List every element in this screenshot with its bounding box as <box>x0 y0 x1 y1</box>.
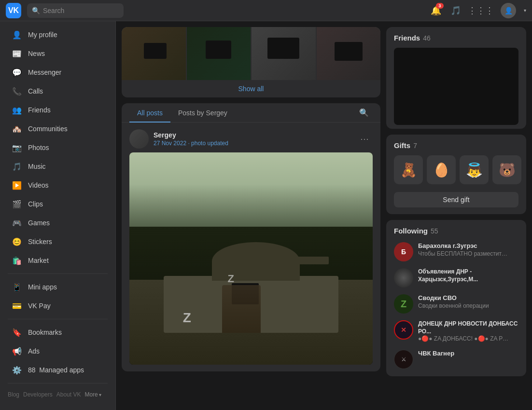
search-placeholder: Search <box>43 7 64 14</box>
mini-apps-icon: 📱 <box>12 282 22 292</box>
sidebar: 👤 My profile 📰 News 💬 Messenger 📞 Calls … <box>0 21 116 410</box>
following-avatar-2 <box>394 268 413 287</box>
tank-image-simulation: Z Z <box>129 152 373 365</box>
following-name-5: ЧВК Вагнер <box>418 350 454 358</box>
following-avatar-4: ✕ <box>394 320 413 340</box>
sidebar-item-market[interactable]: 🛍️ Market <box>4 251 112 270</box>
sidebar-label-ads: Ads <box>28 347 40 355</box>
gift-item-1[interactable]: 🧸 <box>394 155 423 184</box>
following-item-2[interactable]: Объявления ДНР - Харцызск,Зугрэс,М... <box>386 265 526 291</box>
posts-section: All posts Posts by Sergey 🔍 Sergey 27 No… <box>122 103 380 371</box>
music-nav-icon: 🎵 <box>12 161 22 172</box>
post-options-button[interactable]: ⋯ <box>356 132 373 146</box>
notifications-badge: 3 <box>436 3 444 9</box>
sidebar-divider-1 <box>8 273 108 274</box>
calls-icon: 📞 <box>12 86 22 96</box>
chevron-down-icon[interactable]: ▾ <box>524 8 526 13</box>
following-name-3: Сводки СВО <box>418 294 489 302</box>
sidebar-item-mini-apps[interactable]: 📱 Mini apps <box>4 278 112 296</box>
gift-item-2[interactable]: 🥚 <box>427 155 456 184</box>
following-sub-1: Чтобы БЕСПЛАТНО разместить своё объ... <box>418 250 510 258</box>
friends-title: Friends <box>394 34 420 42</box>
photo-thumb-2[interactable] <box>187 27 251 80</box>
photo-thumb-4[interactable] <box>317 27 381 80</box>
footer-more-button[interactable]: More ▾ <box>84 391 101 398</box>
sidebar-label-stickers: Stickers <box>28 238 52 246</box>
stickers-icon: 😊 <box>12 236 22 247</box>
sidebar-label-videos: Videos <box>28 181 49 189</box>
following-name-4: ДОНЕЦК ДНР НОВОСТИ ДОНБАСС РО... <box>418 320 518 335</box>
sidebar-label-photos: Photos <box>28 144 49 151</box>
sidebar-item-my-profile[interactable]: 👤 My profile <box>4 26 112 44</box>
sidebar-item-ads[interactable]: 📢 Ads <box>4 342 112 360</box>
sidebar-item-messenger[interactable]: 💬 Messenger <box>4 63 112 82</box>
sidebar-item-friends[interactable]: 👥 Friends <box>4 101 112 119</box>
following-card-header: Following 55 <box>386 220 526 237</box>
following-avatar-1: Б <box>394 242 413 261</box>
gift-item-4[interactable]: 🐻 <box>492 155 521 184</box>
sidebar-item-communities[interactable]: 🏘️ Communities <box>4 120 112 138</box>
following-info-5: ЧВК Вагнер <box>418 350 454 358</box>
sidebar-item-photos[interactable]: 📷 Photos <box>4 138 112 157</box>
following-item-1[interactable]: Б Барахолка г.Зугрэс Чтобы БЕСПЛАТНО раз… <box>386 239 526 265</box>
following-avatar-5: ⚔ <box>394 350 413 369</box>
sidebar-item-videos[interactable]: ▶️ Videos <box>4 176 112 194</box>
videos-icon: ▶️ <box>12 180 22 191</box>
main-layout: 👤 My profile 📰 News 💬 Messenger 📞 Calls … <box>0 21 532 410</box>
sidebar-item-news[interactable]: 📰 News <box>4 44 112 63</box>
sidebar-item-vk-pay[interactable]: 💳 VK Pay <box>4 297 112 315</box>
sidebar-label-my-profile: My profile <box>28 31 57 39</box>
following-item-4[interactable]: ✕ ДОНЕЦК ДНР НОВОСТИ ДОНБАСС РО... ●🔴● Z… <box>386 317 526 346</box>
post-item-1: Sergey 27 Nov 2022 · photo updated ⋯ <box>122 123 380 371</box>
messenger-icon: 💬 <box>12 67 22 78</box>
photo-thumb-3[interactable] <box>252 27 316 80</box>
friends-image-area <box>394 48 518 125</box>
following-sub-4: ●🔴● ZA ДОНБАСС! ●🔴● ZA РОССИЮ! <box>418 335 510 343</box>
following-name-1: Барахолка г.Зугрэс <box>418 242 510 250</box>
following-info-3: Сводки СВО Сводки военной операции <box>418 294 489 310</box>
sidebar-item-stickers[interactable]: 😊 Stickers <box>4 232 112 251</box>
post-image[interactable]: Z Z <box>129 152 373 365</box>
posts-search-icon[interactable]: 🔍 <box>355 104 373 121</box>
post-author-name[interactable]: Sergey <box>154 131 228 139</box>
following-info-1: Барахолка г.Зугрэс Чтобы БЕСПЛАТНО разме… <box>418 242 510 258</box>
photos-icon: 📷 <box>12 142 22 153</box>
apps-grid-icon[interactable]: ⋮⋮⋮ <box>468 5 494 16</box>
search-icon: 🔍 <box>32 7 40 14</box>
tab-all-posts[interactable]: All posts <box>129 103 170 123</box>
news-icon: 📰 <box>12 48 22 59</box>
following-name-2: Объявления ДНР - Харцызск,Зугрэс,М... <box>418 268 518 283</box>
gift-item-3[interactable]: 👼 <box>460 155 489 184</box>
vk-logo[interactable]: VK <box>6 3 21 18</box>
music-icon[interactable]: 🎵 <box>450 5 461 16</box>
gifts-count: 7 <box>413 142 417 150</box>
tab-posts-by-user[interactable]: Posts by Sergey <box>170 103 235 123</box>
post-author-avatar <box>129 129 149 149</box>
photo-grid <box>122 27 380 80</box>
content-area: Show all All posts Posts by Sergey 🔍 Ser… <box>116 21 532 410</box>
gifts-card-header: Gifts 7 <box>386 135 526 151</box>
sidebar-label-vk-pay: VK Pay <box>28 302 51 310</box>
notifications-button[interactable]: 🔔 3 <box>428 3 444 18</box>
posts-tabs: All posts Posts by Sergey 🔍 <box>122 103 380 123</box>
following-item-3[interactable]: Z Сводки СВО Сводки военной операции <box>386 291 526 317</box>
footer-blog-link[interactable]: Blog <box>8 391 19 398</box>
sidebar-item-clips[interactable]: 🎬 Clips <box>4 195 112 213</box>
user-avatar[interactable]: 👤 <box>501 3 516 18</box>
photo-thumb-1[interactable] <box>122 27 186 80</box>
friends-card-header: Friends 46 <box>386 27 526 44</box>
footer-about-link[interactable]: About VK <box>56 391 81 398</box>
post-header: Sergey 27 Nov 2022 · photo updated ⋯ <box>129 129 373 149</box>
sidebar-item-calls[interactable]: 📞 Calls <box>4 82 112 100</box>
sidebar-item-managed-apps[interactable]: ⚙️ 88 Managed apps <box>4 361 112 379</box>
send-gift-button[interactable]: Send gift <box>394 192 518 207</box>
footer-developers-link[interactable]: Developers <box>23 391 53 398</box>
show-all-button[interactable]: Show all <box>122 80 380 97</box>
following-item-5[interactable]: ⚔ ЧВК Вагнер <box>386 346 526 372</box>
search-bar[interactable]: 🔍 Search <box>27 3 124 18</box>
sidebar-item-bookmarks[interactable]: 🔖 Bookmarks <box>4 323 112 342</box>
sidebar-label-mini-apps: Mini apps <box>28 283 57 291</box>
sidebar-item-games[interactable]: 🎮 Games <box>4 214 112 232</box>
sidebar-item-music[interactable]: 🎵 Music <box>4 157 112 176</box>
vk-pay-icon: 💳 <box>12 301 22 311</box>
